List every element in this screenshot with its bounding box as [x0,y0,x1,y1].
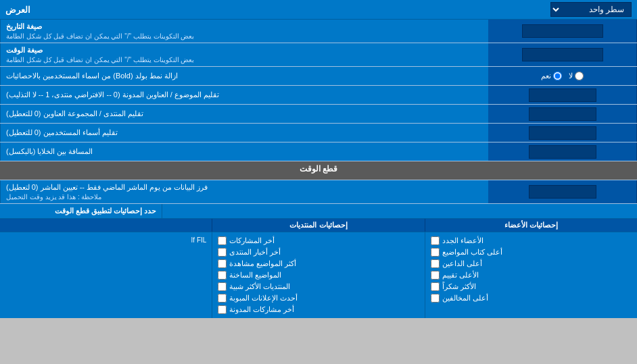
time-filter-input-cell: 0 [488,180,637,203]
empty-col: If FIL [0,232,212,318]
col1-header [0,219,212,232]
checkbox-similar-forums-input[interactable] [218,282,227,291]
col3-header: إحصائيات الأعضاء [425,219,637,232]
checkbox-latest-classifieds: أحدث الإعلانات المبوبة [218,292,419,304]
bold-remove-radio-cell: لا نعم [488,67,637,85]
checkbox-hot-topics: المواضيع الساخنة [218,269,419,281]
checkbox-last-news: أخر أخبار المنتدى [218,246,419,258]
date-format-label: صيغة التاريخ بعض التكوينات يتطلب "/" الت… [0,20,488,43]
display-select[interactable]: سطر واحدسطرانثلاثة أسطر [550,2,632,17]
time-filter-label: فرز البيانات من يوم الماشر الماضي فقط --… [0,180,488,203]
checkbox-top-violators-input[interactable] [431,294,440,303]
topic-trim-input-cell: 33 [488,86,637,104]
time-format-label: صيغة الوقت بعض التكوينات يتطلب "/" التي … [0,43,488,66]
bold-remove-label: ازالة نمط بولد (Bold) من اسماء المستخدمي… [0,67,488,85]
time-section-header: قطع الوقت [0,161,637,180]
checkbox-top-writers-input[interactable] [431,248,440,257]
username-trim-input-cell: 0 [488,124,637,142]
forum-trim-input-cell: 33 [488,105,637,123]
bold-yes-radio[interactable] [553,72,562,80]
topic-trim-label: تقليم الموضوع / العناوين المدونة (0 -- ا… [0,86,488,104]
checkbox-top-violators: أعلى المخالفين [431,292,632,304]
gap-input-cell: 2 [488,142,637,161]
checkbox-most-thankful-input[interactable] [431,282,440,291]
forum-stats-col: أخر المشاركات أخر أخبار المنتدى أكثر الم… [212,232,424,318]
col2-header: إحصائيات المنتديات [212,219,424,232]
gap-input[interactable]: 2 [529,145,596,159]
checkbox-latest-classifieds-input[interactable] [218,294,227,303]
time-format-input-cell: H:i [488,43,637,66]
checkbox-top-supporters-input[interactable] [431,259,440,268]
username-trim-label: تقليم أسماء المستخدمين (0 للتعطيل) [0,124,488,142]
checkbox-most-viewed: أكثر المواضيع مشاهدة [218,258,419,269]
date-format-input[interactable]: d-m [522,24,603,38]
time-filter-input[interactable]: 0 [529,185,596,199]
gap-label: المسافة بين الخلايا (بالبكسل) [0,142,488,161]
topic-trim-input[interactable]: 33 [529,88,596,102]
member-stats-col: الأعضاء الجدد أعلى كتاب المواضيع أعلى ال… [425,232,637,318]
checkbox-last-blog-posts-input[interactable] [218,305,227,314]
forum-trim-label: تقليم المنتدى / المجموعة العناوين (0 للت… [0,105,488,123]
checkbox-hot-topics-input[interactable] [218,271,227,280]
display-title: العرض [5,5,30,15]
date-format-input-cell: d-m [488,20,637,43]
forum-trim-input[interactable]: 33 [529,107,596,121]
checkbox-similar-forums: المنتديات الأكثر شبية [218,281,419,292]
bold-no-label[interactable]: لا [569,72,584,80]
checkbox-new-members: الأعضاء الجدد [431,235,632,246]
checkbox-top-supporters: أعلى الداعين [431,258,632,269]
username-trim-input[interactable]: 0 [529,126,596,140]
bold-no-radio[interactable] [575,72,584,80]
time-format-input[interactable]: H:i [522,48,603,61]
checkbox-last-posts: أخر المشاركات [218,235,419,246]
checkbox-most-thankful: الأكثر شكراً [431,281,632,292]
checkbox-last-posts-input[interactable] [218,236,227,245]
bold-yes-label[interactable]: نعم [541,72,562,80]
checkbox-top-writers: أعلى كتاب المواضيع [431,246,632,258]
checkbox-highest-rated-input[interactable] [431,271,440,280]
checkbox-new-members-input[interactable] [431,236,440,245]
checkbox-most-viewed-input[interactable] [218,259,227,268]
checkbox-last-news-input[interactable] [218,248,227,257]
checkbox-last-blog-posts: أخر مشاركات المدونة [218,304,419,315]
if-fil-note: If FIL [5,235,206,245]
stats-header: حدد إحصائيات لتطبيق قطع الوقت [0,204,162,218]
checkbox-highest-rated: الأعلى تقييم [431,269,632,281]
